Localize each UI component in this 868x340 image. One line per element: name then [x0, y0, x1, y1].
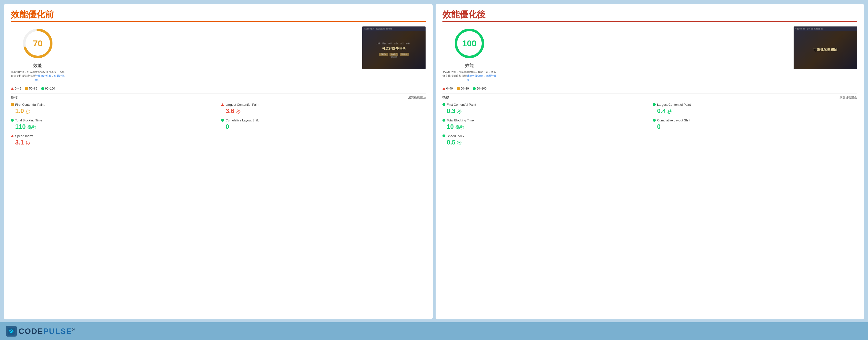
before-cls-num: 0 — [225, 123, 229, 130]
before-screenshot: 可道律師事務所 首頁 關於 業務 團隊 聯絡 力量、誠信、專業、智慧、公正、公平… — [362, 26, 426, 69]
after-metric-cls: Cumulative Layout Shift 0 — [653, 118, 857, 130]
before-metric-fcp-name: First Contentful Paint — [15, 103, 44, 107]
before-screenshot-tagline: 力量、誠信、專業、智慧、公正、公平... — [376, 42, 411, 45]
before-metric-cls: Cumulative Layout Shift 0 — [221, 118, 426, 130]
before-metric-tbt-name: Total Blocking Time — [15, 118, 42, 122]
before-fcp-num: 1.0 — [15, 108, 24, 114]
before-nav-text: 可道律師事務所 首頁 關於 業務 團隊 聯絡 — [364, 28, 392, 30]
before-metric-cls-name: Cumulative Layout Shift — [225, 118, 258, 122]
before-screenshot-title: 可道律師事務所 — [382, 46, 406, 51]
after-metric-fcp-name-row: First Contentful Paint — [442, 103, 647, 107]
before-screenshot-content: 力量、誠信、專業、智慧、公正、公平... 可道律師事務所 了解更多 聯絡我們 預… — [362, 31, 426, 69]
before-screenshot-buttons: 了解更多 聯絡我們 預約諮詢 — [379, 53, 409, 56]
after-divider — [442, 93, 858, 93]
before-legend-green-dot — [41, 87, 44, 90]
after-legend-orange: 50–89 — [457, 87, 469, 90]
before-calc-link[interactable]: 計算效能分數 — [35, 74, 51, 77]
after-metric-cls-name-row: Cumulative Layout Shift — [653, 118, 857, 122]
before-metric-fcp-name-row: First Contentful Paint — [11, 103, 215, 107]
after-metric-fcp-value: 0.3 秒 — [442, 108, 647, 115]
after-si-num: 0.5 — [447, 139, 456, 146]
after-metric-cls-indicator — [653, 119, 656, 122]
after-panel: 效能優化後 100 效能 此為預估值，可能與實際情況有所不同，系統會直接根據這些… — [436, 4, 864, 319]
before-legend-green: 90–100 — [41, 87, 55, 90]
after-metric-tbt-name-row: Total Blocking Time — [442, 118, 647, 122]
before-btn2: 聯絡我們 — [390, 53, 398, 56]
after-screenshot-title: 可道律師事務所 — [813, 48, 837, 52]
after-metric-tbt-name: Total Blocking Time — [447, 118, 474, 122]
after-metric-fcp: First Contentful Paint 0.3 秒 — [442, 103, 647, 115]
before-metric-lcp-indicator — [221, 103, 224, 106]
after-metric-cls-value: 0 — [653, 123, 857, 130]
before-score-description: 此為預估值，可能與實際情況有所不同，系統會直接根據這些指標計算效能分數，查看計算… — [11, 70, 65, 82]
after-calc-link[interactable]: 計算效能分數 — [467, 74, 483, 77]
after-score-label: 效能 — [465, 62, 474, 68]
after-metric-lcp-name-row: Largest Contentful Paint — [653, 103, 857, 107]
before-legend-triangle — [11, 87, 14, 90]
before-metric-cls-name-row: Cumulative Layout Shift — [221, 118, 426, 122]
before-lcp-unit: 秒 — [236, 109, 241, 114]
before-metric-fcp-value: 1.0 秒 — [11, 108, 215, 115]
before-metric-si-name: Speed Index — [15, 134, 33, 138]
after-metric-fcp-name: First Contentful Paint — [447, 103, 476, 107]
after-legend-90-100: 90–100 — [477, 87, 487, 90]
after-screenshot-area: 可道律師事務所 首頁 關於 業務 團隊 聯絡 可道律師事務所 — [501, 26, 858, 69]
before-view-link[interactable]: 展覽檢視畫面 — [408, 95, 426, 100]
before-metric-si-value: 3.1 秒 — [11, 139, 215, 146]
after-metric-tbt: Total Blocking Time 10 毫秒 — [442, 118, 647, 130]
after-fcp-num: 0.3 — [447, 108, 456, 114]
before-legend-orange-dot — [25, 87, 28, 90]
before-legend-0-49: 0–49 — [15, 87, 21, 90]
logo-icon — [6, 326, 17, 337]
after-metric-si-indicator — [442, 135, 445, 137]
after-legend-50-89: 50–89 — [461, 87, 469, 90]
logo-pulse: PULSE — [43, 327, 72, 336]
after-legend: 0–49 50–89 90–100 — [442, 87, 858, 90]
after-legend-orange-dot — [457, 87, 460, 90]
after-metric-lcp-indicator — [653, 103, 656, 106]
after-legend-red: 0–49 — [442, 87, 453, 90]
after-metric-lcp: Largest Contentful Paint 0.4 秒 — [653, 103, 857, 115]
before-metric-cls-indicator — [221, 119, 224, 122]
before-si-unit: 秒 — [26, 141, 30, 145]
after-metric-si: Speed Index 0.5 秒 — [442, 134, 647, 146]
before-panel: 效能優化前 70 效能 此為預估值，可能與實際情況有所不同，系統會直接根據這些指… — [4, 4, 433, 319]
before-metric-tbt-indicator — [11, 119, 14, 122]
after-metric-cls-name: Cumulative Layout Shift — [657, 118, 690, 122]
before-metric-si-indicator — [11, 135, 14, 137]
after-tbt-unit: 毫秒 — [456, 125, 464, 130]
after-nav-bar: 可道律師事務所 首頁 關於 業務 團隊 聯絡 — [794, 27, 857, 31]
before-btn1: 了解更多 — [379, 53, 388, 56]
before-score-circle: 70 — [21, 26, 55, 61]
before-nav-bar: 可道律師事務所 首頁 關於 業務 團隊 聯絡 — [362, 27, 426, 31]
after-legend-triangle — [442, 87, 445, 90]
before-metric-lcp-name: Largest Contentful Paint — [225, 103, 259, 107]
after-metric-si-name: Speed Index — [447, 134, 465, 138]
after-cls-num: 0 — [657, 123, 661, 130]
after-lcp-unit: 秒 — [668, 109, 672, 114]
before-score-number: 70 — [33, 38, 42, 48]
after-metrics-header: 指標 展覽檢視畫面 — [442, 95, 858, 100]
before-metrics-header: 指標 展覽檢視畫面 — [11, 95, 426, 100]
before-top-section: 70 效能 此為預估值，可能與實際情況有所不同，系統會直接根據這些指標計算效能分… — [11, 26, 426, 82]
before-metric-lcp-value: 3.6 秒 — [221, 108, 426, 115]
before-metric-tbt-name-row: Total Blocking Time — [11, 118, 215, 122]
after-score-circle: 100 — [452, 26, 487, 61]
after-metric-lcp-value: 0.4 秒 — [653, 108, 857, 115]
after-view-link[interactable]: 展覽檢視畫面 — [840, 95, 857, 100]
footer-logo-text: CODEPULSE® — [19, 327, 75, 336]
before-metric-fcp-indicator — [11, 103, 14, 106]
before-tbt-num: 110 — [15, 123, 26, 130]
before-metric-lcp: Largest Contentful Paint 3.6 秒 — [221, 103, 426, 115]
after-metric-lcp-name: Largest Contentful Paint — [657, 103, 691, 107]
after-score-area: 100 效能 此為預估值，可能與實際情況有所不同，系統會直接根據這些指標計算效能… — [442, 26, 496, 82]
before-si-num: 3.1 — [15, 139, 24, 146]
after-top-section: 100 效能 此為預估值，可能與實際情況有所不同，系統會直接根據這些指標計算效能… — [442, 26, 858, 82]
after-legend-0-49: 0–49 — [446, 87, 453, 90]
after-metric-si-name-row: Speed Index — [442, 134, 647, 138]
before-screenshot-area: 可道律師事務所 首頁 關於 業務 團隊 聯絡 力量、誠信、專業、智慧、公正、公平… — [70, 26, 426, 69]
footer: CODEPULSE® — [0, 322, 868, 340]
after-metric-fcp-indicator — [442, 103, 445, 106]
after-lcp-num: 0.4 — [657, 108, 666, 114]
before-metric-si: Speed Index 3.1 秒 — [11, 134, 215, 146]
